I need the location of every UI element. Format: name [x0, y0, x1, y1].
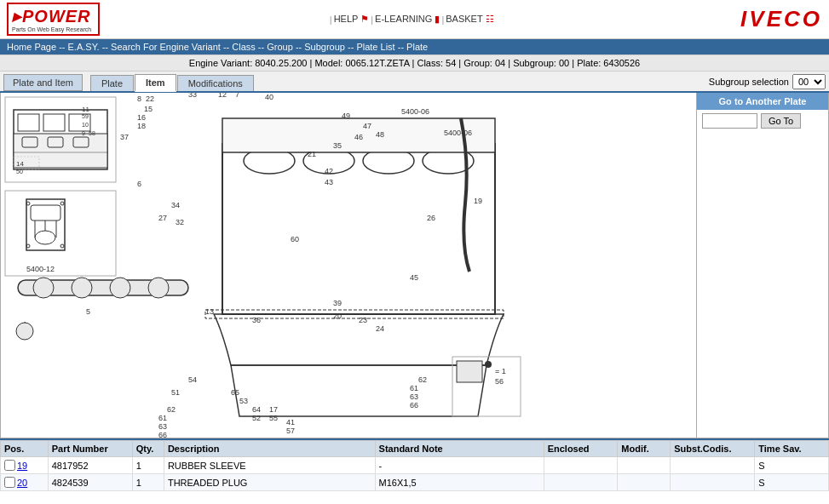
svg-text:15: 15 — [144, 105, 153, 113]
svg-text:22: 22 — [146, 94, 154, 103]
svg-text:23: 23 — [359, 316, 367, 324]
goto-plate-body: Go To — [697, 110, 828, 132]
help-link[interactable]: HELP ⚑ — [334, 14, 370, 25]
svg-text:62: 62 — [418, 375, 427, 384]
subgroup-area: Subgroup selection 00 01 02 — [709, 74, 826, 91]
elearning-link[interactable]: E-LEARNING ▮ — [375, 14, 440, 25]
svg-text:39: 39 — [333, 299, 342, 307]
svg-text:5400-12: 5400-12 — [26, 265, 55, 273]
svg-text:41: 41 — [286, 418, 295, 427]
pos-checkbox[interactable] — [4, 460, 15, 471]
help-label: HELP — [334, 14, 359, 24]
svg-rect-29 — [222, 144, 495, 314]
modif-cell — [618, 457, 671, 474]
goto-plate-input[interactable] — [702, 113, 757, 129]
parts-tbody: 1948179521RUBBER SLEEVE-S 2048245391THRE… — [1, 457, 829, 491]
svg-point-38 — [33, 278, 54, 298]
svg-text:27: 27 — [158, 214, 167, 222]
tab-modifications[interactable]: Modifications — [177, 75, 254, 91]
svg-text:53: 53 — [239, 397, 248, 405]
svg-text:40: 40 — [265, 93, 273, 101]
elearning-label: E-LEARNING — [375, 14, 432, 24]
nav-separator-3: | — [441, 14, 444, 25]
col-standard-note: Standard Note — [375, 441, 544, 457]
svg-rect-97 — [457, 361, 482, 382]
svg-text:61: 61 — [410, 384, 418, 392]
nav-separator-1: | — [330, 14, 332, 25]
logo-power-text: POWER — [22, 7, 91, 26]
tab-plate-and-item-label: Plate and Item — [3, 74, 83, 91]
help-icon: ⚑ — [360, 14, 369, 24]
svg-point-44 — [16, 323, 33, 340]
col-time-sav: Time Sav. — [755, 441, 829, 457]
svg-text:51: 51 — [171, 388, 180, 397]
svg-text:62: 62 — [167, 405, 176, 414]
svg-text:9: 9 — [82, 130, 85, 136]
svg-rect-3 — [43, 114, 65, 131]
svg-text:66: 66 — [158, 431, 167, 438]
svg-text:= 1: = 1 — [495, 367, 506, 375]
parts-table: Pos. Part Number Qty. Description Standa… — [0, 440, 829, 491]
content-row: 14 50 11 59 10 9 58 — [0, 93, 829, 438]
pos-checkbox[interactable] — [4, 477, 15, 488]
enclosed-cell — [544, 474, 618, 491]
svg-text:58: 58 — [89, 130, 95, 136]
svg-text:47: 47 — [363, 122, 371, 130]
svg-rect-20 — [31, 205, 60, 220]
subgroup-select[interactable]: 00 01 02 — [792, 74, 826, 89]
svg-text:43: 43 — [325, 178, 333, 186]
svg-text:59: 59 — [82, 113, 89, 119]
svg-text:55: 55 — [269, 414, 278, 422]
col-description: Description — [164, 441, 375, 457]
col-pos: Pos. — [1, 441, 49, 457]
svg-text:18: 18 — [137, 122, 146, 130]
svg-text:61: 61 — [158, 414, 167, 422]
qty-cell: 1 — [132, 474, 164, 491]
svg-text:63: 63 — [158, 422, 167, 431]
svg-text:60: 60 — [291, 235, 299, 243]
svg-text:11: 11 — [82, 106, 89, 113]
svg-text:65: 65 — [231, 388, 239, 397]
diagram-section: 14 50 11 59 10 9 58 — [1, 93, 696, 438]
col-subst-codis: Subst.Codis. — [671, 441, 755, 457]
col-qty: Qty. — [132, 441, 164, 457]
subst_codis-cell — [671, 474, 755, 491]
svg-text:57: 57 — [286, 427, 295, 435]
enclosed-cell — [544, 457, 618, 474]
col-enclosed: Enclosed — [544, 441, 618, 457]
tab-bar: Plate and Item Plate Item Modifications … — [0, 72, 829, 93]
breadcrumb: Home Page -- E.A.SY. -- Search For Engin… — [0, 39, 829, 54]
svg-rect-98 — [485, 361, 492, 368]
standard_note-cell: - — [375, 457, 544, 474]
svg-text:37: 37 — [120, 133, 129, 141]
svg-text:8: 8 — [137, 94, 141, 103]
svg-text:34: 34 — [171, 201, 180, 209]
svg-text:46: 46 — [354, 133, 363, 141]
table-row: 2048245391THREADED PLUGM16X1,5S — [1, 474, 829, 491]
basket-link[interactable]: BASKET ☷ — [446, 14, 493, 25]
pos-link[interactable]: 19 — [17, 461, 27, 471]
logo-sub-text: Parts On Web Easy Research — [12, 26, 91, 32]
part_number-cell: 4824539 — [48, 474, 132, 491]
goto-plate-button[interactable]: Go To — [761, 113, 801, 129]
svg-text:5: 5 — [86, 307, 90, 316]
svg-rect-2 — [18, 114, 39, 131]
svg-point-41 — [148, 278, 169, 298]
svg-point-26 — [60, 202, 64, 205]
sidebar-section: Go to Another Plate Go To — [696, 93, 828, 438]
svg-text:10: 10 — [82, 122, 89, 128]
info-bar: Engine Variant: 8040.25.200 | Model: 006… — [0, 54, 829, 72]
tab-item[interactable]: Item — [135, 74, 176, 92]
col-part-number: Part Number — [48, 441, 132, 457]
pos-link[interactable]: 20 — [17, 478, 27, 488]
svg-text:52: 52 — [252, 414, 261, 422]
svg-text:20: 20 — [333, 312, 342, 320]
logo-box: ▸ POWER Parts On Web Easy Research — [7, 3, 100, 36]
svg-text:24: 24 — [376, 324, 384, 333]
top-nav: | HELP ⚑ | E-LEARNING ▮ | BASKET ☷ — [330, 14, 494, 25]
svg-text:42: 42 — [325, 167, 333, 175]
tab-plate[interactable]: Plate — [90, 75, 134, 91]
svg-text:13: 13 — [205, 307, 214, 316]
subst_codis-cell — [671, 457, 755, 474]
svg-text:19: 19 — [474, 197, 482, 205]
